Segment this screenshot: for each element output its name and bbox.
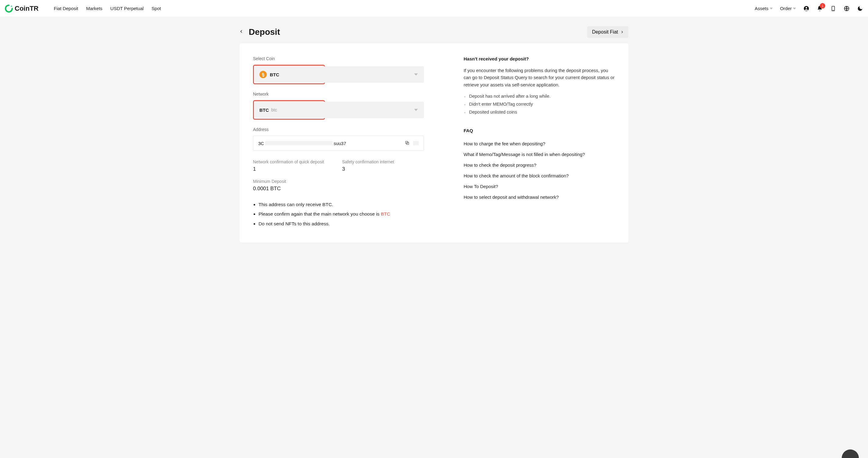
note-highlight: BTC [381,211,390,216]
address-masked [265,141,332,145]
help-panel: Hasn't received your deposit? If you enc… [464,56,615,230]
min-deposit-label: Minimum Deposit [253,179,424,184]
help-bullet: Didn't enter MEMO/Tag correctly [464,102,615,106]
help-text: If you encounter the following problems … [464,67,615,88]
note-prefix: Please confirm again that the main netwo… [258,211,381,216]
quick-confirm-value: 1 [253,166,335,172]
coin-symbol: BTC [270,72,279,77]
page-title-row: Deposit Deposit Fiat [240,24,628,43]
back-button[interactable] [240,29,243,36]
main-nav: Fiat Deposit Markets USDT Perpetual Spot [54,6,161,11]
confirmation-stats: Network confirmation of quick deposit 1 … [253,159,424,172]
assets-label: Assets [755,6,769,11]
quick-confirm-stat: Network confirmation of quick deposit 1 [253,159,335,172]
mobile-icon[interactable] [830,5,836,11]
order-menu[interactable]: Order [780,6,796,11]
deposit-fiat-button[interactable]: Deposit Fiat [587,26,628,38]
notifications-icon[interactable]: 1 [817,5,823,11]
address-suffix: suu37 [334,141,346,146]
coin-select-highlight: ₿ BTC [253,65,325,84]
nav-usdt-perpetual[interactable]: USDT Perpetual [111,6,144,11]
faq-list: How to charge the fee when depositing? W… [464,141,615,200]
safety-confirm-label: Safety confirmation internet [342,159,424,164]
coin-select[interactable]: ₿ BTC [254,66,424,83]
assets-menu[interactable]: Assets [755,6,773,11]
deposit-notes: This address can only receive BTC. Pleas… [253,201,424,227]
bitcoin-icon: ₿ [259,70,267,79]
svg-marker-0 [10,5,12,6]
note-item: Do not send NFTs to this address. [258,220,424,227]
globe-icon[interactable] [844,5,850,11]
min-deposit-stat: Minimum Deposit 0.0001 BTC [253,179,424,192]
network-select[interactable]: BTC btc [254,102,424,118]
copy-icon[interactable] [405,141,410,146]
caret-down-icon [414,73,418,76]
deposit-form: Select Coin ₿ BTC Network BTC btc Addres… [253,56,424,230]
logo-icon [5,5,13,12]
faq-heading: FAQ [464,128,615,133]
faq-item[interactable]: How To Deposit? [464,184,615,189]
help-bullet: Deposited unlisted coins [464,110,615,115]
brand-name: CoinTR [14,5,38,12]
address-prefix: 3C [258,141,264,146]
help-heading: Hasn't received your deposit? [464,56,615,61]
note-item: This address can only receive BTC. [258,201,424,208]
deposit-address: 3C suu37 [253,135,424,151]
safety-confirm-stat: Safety confirmation internet 3 [342,159,424,172]
faq-item[interactable]: How to check the deposit progress? [464,162,615,167]
nav-markets[interactable]: Markets [86,6,102,11]
chevron-right-icon [620,30,623,34]
svg-point-2 [806,7,807,8]
faq-item[interactable]: How to charge the fee when depositing? [464,141,615,146]
address-label: Address [253,127,424,132]
header-right: Assets Order 1 [755,5,863,11]
faq-item[interactable]: What if Memo/Tag/Message is not filled i… [464,152,615,157]
quick-confirm-label: Network confirmation of quick deposit [253,159,335,164]
theme-toggle-icon[interactable] [857,5,863,11]
help-bullet: Deposit has not arrived after a long whi… [464,94,615,99]
account-icon[interactable] [803,5,809,11]
network-label: Network [253,92,424,96]
safety-confirm-value: 3 [342,166,424,172]
help-bullets: Deposit has not arrived after a long whi… [464,94,615,115]
select-coin-label: Select Coin [253,56,424,61]
network-sub: btc [271,108,277,112]
faq-item[interactable]: How to select deposit and withdrawal net… [464,194,615,200]
nav-spot[interactable]: Spot [152,6,161,11]
caret-down-icon [770,8,773,9]
nav-fiat-deposit[interactable]: Fiat Deposit [54,6,78,11]
page-title: Deposit [249,27,280,37]
top-header: CoinTR Fiat Deposit Markets USDT Perpetu… [0,0,868,17]
note-item: Please confirm again that the main netwo… [258,210,424,217]
network-select-highlight: BTC btc [253,100,325,120]
caret-down-icon [793,8,796,9]
deposit-fiat-label: Deposit Fiat [592,29,618,35]
order-label: Order [780,6,792,11]
faq-item[interactable]: How to check the amount of the block con… [464,173,615,178]
caret-down-icon [414,109,418,111]
qr-icon[interactable] [413,141,419,145]
brand-logo[interactable]: CoinTR [5,5,38,12]
min-deposit-value: 0.0001 BTC [253,186,424,192]
notification-badge: 1 [820,3,825,8]
network-symbol: BTC [259,108,269,113]
deposit-card: Select Coin ₿ BTC Network BTC btc Addres… [240,43,628,242]
